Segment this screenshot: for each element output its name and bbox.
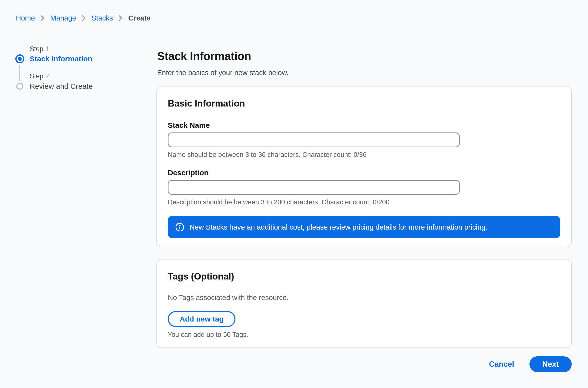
pricing-info-banner: New Stacks have an additional cost, plea… <box>168 216 560 238</box>
description-input[interactable] <box>168 180 460 195</box>
step-1-label: Step 1 <box>30 45 49 53</box>
stepper-item-stack-information[interactable]: Stack Information <box>30 54 92 63</box>
breadcrumb-home[interactable]: Home <box>16 14 35 22</box>
page-title: Stack Information <box>157 49 572 63</box>
cancel-button[interactable]: Cancel <box>489 360 514 369</box>
breadcrumb: Home Manage Stacks Create <box>16 14 150 22</box>
inactive-step-radio-icon <box>16 83 23 90</box>
info-icon <box>175 222 185 232</box>
banner-text: New Stacks have an additional cost, plea… <box>189 223 488 231</box>
wizard-footer-actions: Cancel Next <box>489 356 572 372</box>
basic-information-title: Basic Information <box>168 98 560 109</box>
description-label: Description <box>168 169 209 177</box>
chevron-right-icon <box>118 15 123 21</box>
breadcrumb-manage[interactable]: Manage <box>50 14 76 22</box>
stepper-item-review-and-create[interactable]: Review and Create <box>30 82 93 91</box>
chevron-right-icon <box>82 15 86 21</box>
tags-card: Tags (Optional) No Tags associated with … <box>156 259 572 348</box>
stack-name-field-group: Stack Name Name should be between 3 to 3… <box>168 121 560 159</box>
main-content-header: Stack Information Enter the basics of yo… <box>157 49 572 77</box>
stack-name-label: Stack Name <box>168 121 210 129</box>
tags-empty-text: No Tags associated with the resource. <box>168 293 560 302</box>
page-subtitle: Enter the basics of your new stack below… <box>157 69 572 77</box>
stack-name-helper-text: Name should be between 3 to 36 character… <box>168 151 560 159</box>
breadcrumb-stacks[interactable]: Stacks <box>92 14 113 22</box>
description-helper-text: Description should be between 3 to 200 c… <box>168 198 560 206</box>
basic-information-card: Basic Information Stack Name Name should… <box>156 86 572 247</box>
tags-helper-text: You can add up to 50 Tags. <box>168 331 560 339</box>
description-field-group: Description Description should be betwee… <box>168 169 560 206</box>
step-connector-line <box>19 65 20 81</box>
add-new-tag-button[interactable]: Add new tag <box>168 311 235 327</box>
breadcrumb-create: Create <box>128 14 150 22</box>
step-2-label: Step 2 <box>30 72 49 80</box>
stack-name-input[interactable] <box>168 132 460 147</box>
next-button[interactable]: Next <box>529 356 572 372</box>
chevron-right-icon <box>40 15 45 21</box>
banner-text-before: New Stacks have an additional cost, plea… <box>189 223 464 231</box>
pricing-link[interactable]: pricing <box>464 223 485 231</box>
tags-card-title: Tags (Optional) <box>168 271 560 282</box>
banner-text-after: . <box>486 223 488 231</box>
active-step-radio-icon <box>15 54 24 63</box>
